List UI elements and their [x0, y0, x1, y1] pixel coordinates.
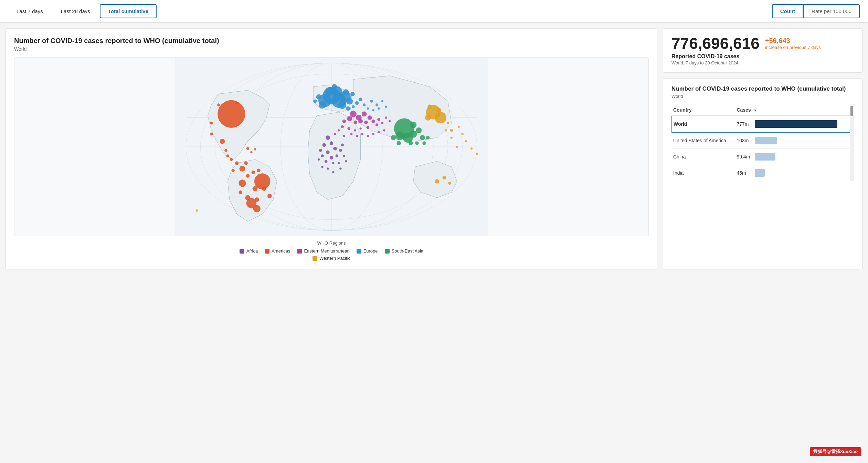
svg-point-135 — [235, 161, 239, 165]
svg-point-110 — [461, 133, 463, 135]
legend-item-europe: Europe — [357, 248, 378, 254]
svg-point-78 — [318, 158, 320, 161]
chart-title: Number of COVID-19 cases reported to WHO… — [14, 37, 649, 45]
legend-item-africa: Africa — [240, 248, 258, 254]
svg-point-115 — [445, 129, 447, 131]
top-bar: Last 7 days Last 28 days Total cumulativ… — [0, 0, 868, 23]
stat-change-label: increase on previous 7 days — [765, 45, 821, 50]
svg-point-143 — [217, 103, 220, 106]
svg-point-118 — [218, 100, 245, 128]
svg-point-33 — [378, 107, 380, 110]
table-row[interactable]: India45m — [672, 165, 854, 181]
svg-point-91 — [410, 122, 416, 128]
stat-card: 776,696,616 +56,643 increase on previous… — [663, 28, 862, 73]
svg-point-74 — [339, 149, 342, 152]
left-panel: Number of COVID-19 cases reported to WHO… — [6, 28, 657, 269]
stat-change: +56,643 increase on previous 7 days — [765, 35, 821, 50]
svg-point-102 — [425, 115, 431, 121]
bar-value: 99.4m — [737, 154, 752, 160]
svg-point-133 — [257, 168, 261, 172]
svg-point-26 — [355, 101, 359, 105]
tab-last7[interactable]: Last 7 days — [8, 4, 51, 18]
eastern-med-label: Eastern Mediterranean — [304, 248, 349, 254]
stat-desc: Reported COVID-19 cases — [671, 53, 854, 60]
svg-point-93 — [420, 135, 425, 140]
svg-point-97 — [415, 141, 419, 145]
stat-main: 776,696,616 +56,643 increase on previous… — [671, 35, 854, 51]
bar-visual — [755, 169, 765, 177]
svg-point-94 — [391, 135, 396, 140]
svg-point-53 — [381, 122, 383, 124]
cell-cases: 99.4m — [735, 149, 854, 165]
rate-toggle[interactable]: Rate per 100 000 — [803, 4, 860, 18]
svg-point-76 — [319, 149, 322, 152]
svg-point-64 — [378, 131, 380, 133]
svg-point-49 — [375, 123, 378, 126]
main-content: Number of COVID-19 cases reported to WHO… — [0, 23, 868, 275]
table-row[interactable]: China99.4m — [672, 149, 854, 165]
svg-point-121 — [253, 205, 261, 212]
count-toggle[interactable]: Count — [772, 4, 803, 18]
svg-point-45 — [342, 120, 346, 123]
right-panel: 776,696,616 +56,643 increase on previous… — [663, 28, 862, 269]
svg-point-95 — [396, 141, 401, 145]
svg-point-73 — [336, 154, 338, 157]
svg-point-21 — [316, 94, 321, 100]
svg-point-144 — [235, 102, 238, 104]
svg-point-20 — [332, 84, 337, 89]
svg-point-43 — [364, 121, 368, 124]
svg-point-89 — [395, 132, 404, 140]
svg-point-130 — [239, 191, 242, 194]
africa-label: Africa — [246, 248, 258, 254]
bar-visual — [755, 137, 777, 144]
scrollbar[interactable] — [850, 104, 854, 181]
svg-point-58 — [343, 135, 345, 137]
svg-point-72 — [325, 160, 327, 163]
svg-point-125 — [245, 195, 250, 200]
legend-items: Africa Americas Eastern Mediterranean Eu… — [14, 248, 649, 254]
svg-point-66 — [326, 135, 330, 140]
svg-point-101 — [435, 112, 446, 124]
svg-point-36 — [350, 111, 357, 117]
wp-dot — [313, 256, 317, 261]
table-card: Number of COVID-19 cases reported to WHO… — [663, 78, 862, 269]
svg-point-124 — [220, 139, 225, 144]
svg-point-46 — [341, 125, 343, 128]
svg-point-28 — [363, 103, 366, 106]
svg-point-16 — [338, 101, 346, 109]
svg-point-85 — [345, 160, 347, 162]
tab-total[interactable]: Total cumulative — [100, 4, 157, 18]
europe-dot — [357, 249, 361, 254]
svg-point-92 — [416, 127, 422, 133]
svg-point-71 — [330, 156, 334, 160]
svg-point-68 — [322, 143, 326, 147]
table-row[interactable]: United States of America103m — [672, 132, 854, 149]
table-row[interactable]: World777m — [672, 116, 854, 132]
svg-point-63 — [372, 133, 374, 135]
svg-point-57 — [334, 133, 336, 135]
svg-point-117 — [456, 146, 458, 148]
svg-point-27 — [352, 105, 354, 108]
tab-last28[interactable]: Last 28 days — [53, 4, 98, 18]
svg-point-127 — [262, 186, 266, 191]
svg-point-42 — [353, 121, 357, 124]
legend-item-americas: Americas — [265, 248, 290, 254]
svg-point-62 — [367, 135, 369, 137]
svg-point-56 — [338, 129, 340, 131]
svg-point-109 — [458, 126, 460, 128]
svg-point-138 — [224, 149, 227, 152]
svg-point-48 — [377, 118, 380, 121]
svg-point-105 — [435, 179, 439, 184]
chart-subtitle: World — [14, 46, 649, 52]
svg-point-44 — [371, 120, 375, 123]
table-subtitle: World — [671, 94, 854, 99]
bar-value: 103m — [737, 138, 752, 143]
col-cases[interactable]: Cases ▼ — [735, 104, 854, 116]
svg-point-34 — [381, 100, 383, 102]
svg-point-67 — [330, 141, 334, 145]
svg-point-55 — [389, 120, 391, 122]
svg-point-38 — [362, 111, 367, 116]
svg-point-65 — [383, 129, 385, 131]
cell-cases: 45m — [735, 165, 854, 181]
svg-point-24 — [359, 97, 362, 101]
